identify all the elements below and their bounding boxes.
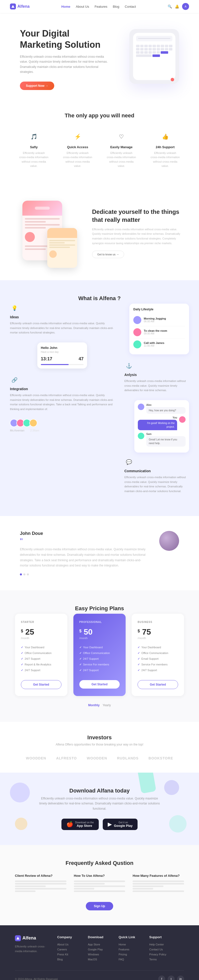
footer-link-mac[interactable]: MacOS bbox=[88, 958, 111, 961]
footer-link-terms[interactable]: Terms bbox=[149, 958, 184, 961]
footer-social: f t in bbox=[158, 975, 184, 980]
footer-link-windows[interactable]: Windows bbox=[88, 953, 111, 956]
biz-feature-2: Office Communication bbox=[138, 650, 178, 656]
footer-link-careers[interactable]: Careers bbox=[57, 948, 80, 951]
pro-feature-4: Service For members bbox=[80, 662, 120, 667]
chat-msg-3: Sam Great! Let me know if you need help. bbox=[138, 433, 186, 447]
testimonial-avatar bbox=[159, 531, 179, 551]
footer-link-blog[interactable]: Blog bbox=[57, 958, 80, 961]
app-store-button[interactable]: 🍎 Download on the App Store bbox=[61, 819, 99, 830]
dot-1 bbox=[20, 573, 22, 576]
footer-col-title-quicklink: Quick Link bbox=[119, 935, 142, 939]
avatar[interactable]: A bbox=[182, 3, 189, 10]
daily-avatar-3 bbox=[133, 340, 141, 348]
faq-line bbox=[132, 881, 184, 882]
download-blob-4 bbox=[169, 815, 186, 832]
phone-secondary-body bbox=[47, 238, 77, 268]
nav-home[interactable]: Home bbox=[61, 5, 70, 8]
pro-feature-3: 24/7 Support bbox=[80, 656, 120, 662]
hero-cta-button[interactable]: Support Now → bbox=[20, 81, 54, 90]
search-icon[interactable]: 🔍 bbox=[168, 5, 172, 8]
quick-icon: ⚡ bbox=[72, 131, 83, 142]
faq-line bbox=[132, 891, 184, 892]
footer-col-company: Company About Us Careers Press Kit Blog bbox=[57, 935, 80, 963]
what-two-col: 💡 Ideas Efficiently unleash cross-media … bbox=[10, 304, 189, 501]
features-grid: 🎵 Safly Efficiently unleash cross-media … bbox=[15, 126, 184, 173]
footer-brand: Alfena Efficiently unleash cross-media i… bbox=[15, 935, 50, 963]
download-heading: Download Alfana today bbox=[15, 788, 184, 794]
price-currency-professional: $ bbox=[80, 629, 81, 633]
hero-section: Your Digital Marketing Solution Efficien… bbox=[0, 13, 199, 100]
faq-grid: Client Review of Alfena? How To Use Alfe… bbox=[15, 874, 184, 892]
footer-link-pricing[interactable]: Pricing bbox=[119, 953, 142, 956]
facebook-icon[interactable]: f bbox=[158, 975, 165, 980]
instagram-icon[interactable]: in bbox=[177, 975, 184, 980]
footer-col-support: Support Help Center Contact Us Privacy P… bbox=[149, 935, 184, 963]
footer-link-faq[interactable]: FAQ bbox=[119, 958, 142, 961]
faq-lines-3 bbox=[132, 881, 184, 892]
footer-link-press[interactable]: Press Kit bbox=[57, 953, 80, 956]
feature-desc-support: Efficiently unleash cross-media informat… bbox=[150, 151, 180, 169]
twitter-icon[interactable]: t bbox=[168, 975, 175, 980]
footer-link-appstore[interactable]: App Store bbox=[88, 943, 111, 946]
investors-logos: WOODDEN ALFRESTO WOODDEN Rudlands BOOKST… bbox=[15, 756, 184, 760]
quote-icon: " bbox=[20, 538, 149, 544]
pricing-tier-starter: STARTER bbox=[21, 620, 61, 624]
pricing-price-professional: $ 50 bbox=[80, 627, 120, 636]
footer-link-help[interactable]: Help Center bbox=[149, 943, 184, 946]
faq-line-short bbox=[15, 886, 46, 887]
footer-col-title-support: Support bbox=[149, 935, 184, 939]
footer-link-privacy[interactable]: Privacy Policy bbox=[149, 953, 184, 956]
feature-name-quick: Quick Access bbox=[63, 145, 92, 149]
business-cta-button[interactable]: Get Started bbox=[138, 680, 178, 689]
chat-bubble-mine: I'm good! Working on the project. bbox=[138, 420, 177, 430]
feature-card-manage: ♡ Easily Manage Efficiently unleash cros… bbox=[102, 126, 140, 173]
dot-2 bbox=[23, 573, 25, 576]
safly-icon: 🎵 bbox=[29, 131, 39, 142]
bell-icon[interactable]: 🔔 bbox=[175, 5, 179, 8]
faq-line-short bbox=[132, 886, 164, 887]
testimonial-body: Efficiently unleash cross-media informat… bbox=[20, 547, 149, 568]
logo[interactable]: Alfena bbox=[10, 3, 30, 10]
avatar-4 bbox=[29, 419, 37, 427]
hello-stats: 13:17 47 bbox=[41, 356, 84, 361]
footer-col-title-download: Download bbox=[88, 935, 111, 939]
faq-line bbox=[74, 891, 125, 892]
faq-line bbox=[132, 883, 184, 885]
hello-progress-bar bbox=[41, 364, 84, 365]
footer-link-googleplay[interactable]: Google Play bbox=[88, 948, 111, 951]
footer-logo: Alfena bbox=[15, 935, 50, 941]
pricing-features-professional: Your Dashboard Office Communication 24/7… bbox=[80, 644, 120, 673]
price-currency-starter: $ bbox=[21, 629, 23, 633]
nav-features[interactable]: Features bbox=[94, 5, 107, 8]
faq-line-shorter bbox=[132, 888, 153, 889]
nav-contact[interactable]: Contact bbox=[125, 5, 136, 8]
pricing-tier-professional: PROFESSIONAL bbox=[80, 620, 120, 624]
footer-link-about[interactable]: About Us bbox=[57, 943, 80, 946]
hero-desc: Efficiently unleash cross-media informat… bbox=[20, 54, 110, 75]
footer-link-features[interactable]: Features bbox=[119, 948, 142, 951]
toggle-yearly[interactable]: Yearly bbox=[103, 703, 111, 707]
toggle-monthly[interactable]: Monthly bbox=[88, 703, 100, 707]
play-store-button[interactable]: ▶ Get it on Google Play bbox=[103, 819, 138, 830]
footer-link-contact[interactable]: Contact Us bbox=[149, 948, 184, 951]
faq-title-3: How Many Features of Alfena? bbox=[132, 874, 184, 878]
faq-signup-button[interactable]: Sign Up bbox=[86, 902, 113, 910]
dedicate-cta-button[interactable]: Get to know us → bbox=[92, 251, 124, 258]
what-item-analysis: ⚓ Anlysis Efficiently unleash cross-medi… bbox=[124, 361, 189, 393]
support-icon: 👍 bbox=[160, 131, 170, 142]
biz-feature-3: Email Support bbox=[138, 656, 178, 662]
faq-lines-1 bbox=[15, 881, 67, 892]
professional-cta-button[interactable]: Get Started bbox=[80, 680, 120, 689]
daily-item-2: To clean the room 09:00 AM bbox=[133, 326, 185, 339]
nav-about[interactable]: About Us bbox=[76, 5, 89, 8]
hello-stat-count: 47 bbox=[79, 356, 84, 361]
feature-desc-manage: Efficiently unleash cross-media informat… bbox=[107, 151, 136, 169]
starter-cta-button[interactable]: Get Started bbox=[21, 680, 61, 689]
faq-line bbox=[74, 881, 125, 882]
footer-link-home[interactable]: Home bbox=[119, 943, 142, 946]
nav-blog[interactable]: Blog bbox=[113, 5, 119, 8]
chat-sender-2: You bbox=[138, 416, 177, 419]
testimonial-section: John Doue " Efficiently unleash cross-me… bbox=[0, 516, 199, 590]
dot-3 bbox=[27, 573, 29, 576]
